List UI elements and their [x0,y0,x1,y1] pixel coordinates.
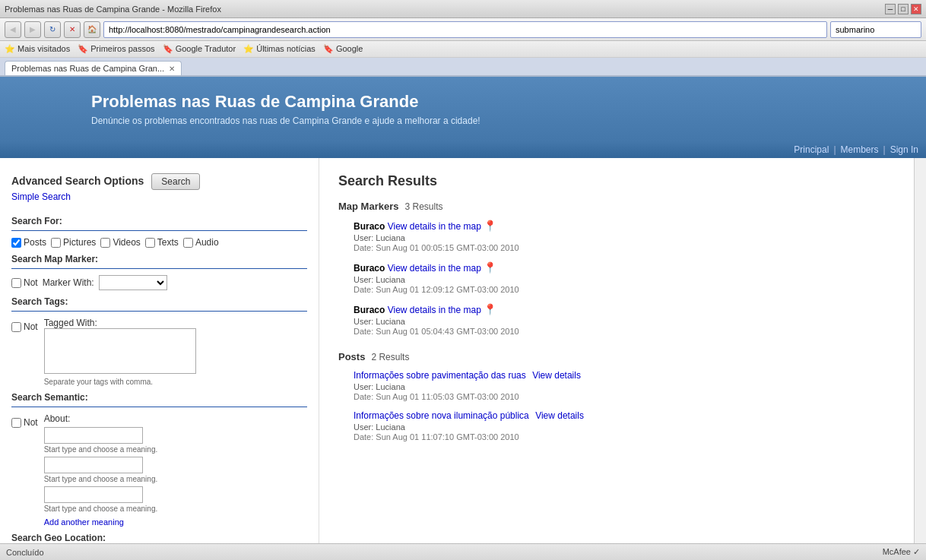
map-marker-item-2: Buraco View details in the map 📍 User: L… [338,261,895,294]
map-pin-1: 📍 [484,220,496,232]
search-for-checkboxes: Posts Pictures Videos Texts Audio [11,237,307,248]
checkbox-audio[interactable]: Audio [183,237,219,248]
sidebar: Advanced Search Options Search Simple Se… [0,158,319,560]
map-marker-3-date: Date: Sun Aug 01 05:04:43 GMT-03:00 2010 [354,327,895,336]
search-for-label: Search For: [11,216,62,226]
about-helper-3: Start type and choose a meaning. [44,505,158,513]
marker-row: Not Marker With: [11,275,307,290]
semantic-divider [11,407,307,407]
map-marker-1-link[interactable]: View details in the map [388,221,481,232]
close-button[interactable]: ✕ [911,4,921,14]
tagged-with-label: Tagged With: [44,318,97,328]
address-bar[interactable] [103,21,827,38]
nav-sep1: | [833,144,836,155]
nav-principal[interactable]: Principal [794,144,829,155]
bookmark-google-tradutor[interactable]: 🔖 Google Tradutor [163,44,236,54]
geo-label: Search Geo Location: [11,533,106,543]
about-helper-1: Start type and choose a meaning. [44,445,158,454]
about-input-2[interactable] [44,457,143,473]
audio-checkbox[interactable] [183,238,193,248]
bookmark-primeiros-passos[interactable]: 🔖 Primeiros passos [78,44,154,54]
bookmark-mais-visitados[interactable]: ⭐ Mais visitados [5,44,70,54]
posts-count: 2 Results [371,352,409,362]
page-subtitle: Denúncie os problemas encontrados nas ru… [91,115,896,126]
map-marker-label: Search Map Marker: [11,254,98,264]
search-for-section: Search For: [11,216,307,226]
maximize-button[interactable]: □ [898,4,909,14]
browser-search-input[interactable] [830,21,921,38]
tab-close-button[interactable]: ✕ [169,65,175,73]
checkbox-texts[interactable]: Texts [145,237,179,248]
post-2-user: User: Luciana [354,422,895,432]
tab-label: Problemas nas Ruas de Campina Gran... [11,64,164,73]
refresh-button[interactable]: ↻ [44,21,61,38]
posts-checkbox[interactable] [11,238,21,248]
post-1-user: User: Luciana [354,382,895,391]
stop-button[interactable]: ✕ [64,21,81,38]
videos-checkbox[interactable] [100,238,110,248]
home-button[interactable]: 🏠 [84,21,100,38]
not-checkbox[interactable] [11,278,21,288]
marker-dropdown[interactable] [99,275,167,290]
forward-button[interactable]: ▶ [24,21,41,38]
bookmark-google[interactable]: 🔖 Google [323,44,363,54]
back-button[interactable]: ◀ [5,21,21,38]
post-2-details-link[interactable]: View details [535,410,584,421]
about-input-1[interactable] [44,427,143,444]
post-1-details-link[interactable]: View details [532,370,581,381]
search-button[interactable]: Search [151,173,200,190]
not-semantic-checkbox[interactable] [11,418,21,428]
about-group: About: Start type and choose a meaning. … [44,413,158,527]
map-marker-3-name: Buraco View details in the map 📍 [354,303,895,315]
security-indicator: McAfee ✓ [883,547,920,557]
map-marker-2-link[interactable]: View details in the map [388,263,481,274]
tagged-with-group: Tagged With: Separate your tags with com… [44,318,196,386]
nav-members[interactable]: Members [841,144,879,155]
tab-bar: Problemas nas Ruas de Campina Gran... ✕ [0,58,926,77]
not-checkbox-semantic[interactable]: Not [11,417,38,428]
map-markers-count: 3 Results [404,201,442,212]
tags-textarea[interactable] [44,328,196,374]
map-marker-item-3: Buraco View details in the map 📍 User: L… [338,303,895,336]
not-checkbox-tags[interactable]: Not [11,321,38,332]
nav-sign-in[interactable]: Sign In [890,144,918,155]
active-tab[interactable]: Problemas nas Ruas de Campina Gran... ✕ [5,61,182,75]
map-marker-3-link[interactable]: View details in the map [388,305,481,315]
status-text: Concluído [6,548,44,557]
post-2-date: Date: Sun Aug 01 11:07:10 GMT-03:00 2010 [354,432,895,441]
checkbox-posts[interactable]: Posts [11,237,46,248]
tags-helper: Separate your tags with comma. [44,378,196,386]
map-marker-1-date: Date: Sun Aug 01 00:05:15 GMT-03:00 2010 [354,243,895,252]
results-area: Search Results Map Markers 3 Results Bur… [319,158,914,560]
checkbox-pictures[interactable]: Pictures [51,237,96,248]
page-title: Problemas nas Ruas de Campina Grande [91,92,896,112]
main-content: Advanced Search Options Search Simple Se… [0,158,926,560]
about-input-3-group: Start type and choose a meaning. [44,486,158,513]
post-1-title-link[interactable]: Informações sobre pavimentação das ruas [354,370,526,381]
map-markers-section-title: Map Markers 3 Results [338,201,895,212]
map-marker-2-user: User: Luciana [354,275,895,284]
map-marker-1-name: Buraco View details in the map 📍 [354,220,895,232]
semantic-section: Search Semantic: [11,392,307,403]
not-checkbox-marker[interactable]: Not [11,277,38,288]
scrollbar[interactable] [914,158,926,560]
bookmarks-bar: ⭐ Mais visitados 🔖 Primeiros passos 🔖 Go… [0,41,926,58]
not-tags-checkbox[interactable] [11,322,21,332]
advanced-header-row: Advanced Search Options Search [11,173,307,190]
status-bar: Concluído McAfee ✓ [0,543,926,560]
add-meaning-link[interactable]: Add another meaning [44,517,158,527]
nav-sep2: | [883,144,886,155]
post-2-title-link[interactable]: Informações sobre nova iluminação públic… [354,410,529,421]
results-title: Search Results [338,173,895,189]
minimize-button[interactable]: ─ [885,4,896,14]
bookmark-ultimas-noticias[interactable]: ⭐ Últimas notícias [243,44,316,54]
posts-section: Posts 2 Results Informações sobre pavime… [338,351,895,441]
pictures-checkbox[interactable] [51,238,61,248]
about-label: About: [44,413,71,424]
simple-search-link[interactable]: Simple Search [11,191,71,202]
about-input-3[interactable] [44,486,143,503]
map-marker-1-user: User: Luciana [354,233,895,242]
texts-checkbox[interactable] [145,238,155,248]
search-tags-label: Search Tags: [11,296,68,307]
checkbox-videos[interactable]: Videos [100,237,140,248]
